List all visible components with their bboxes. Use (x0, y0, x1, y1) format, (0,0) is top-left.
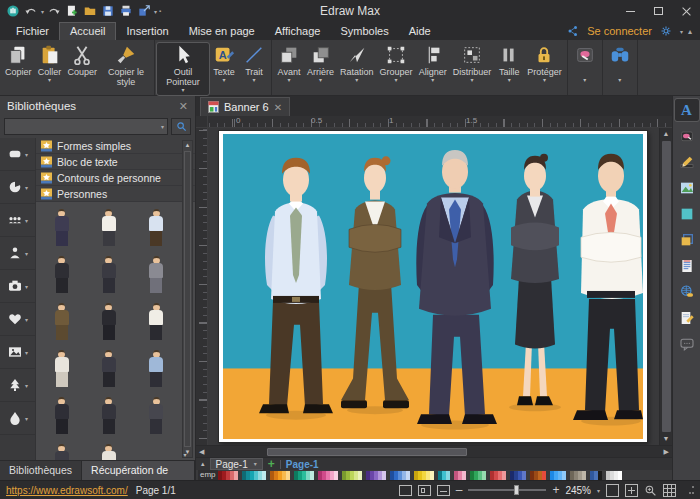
ribbon-button[interactable]: Copier le style (100, 43, 152, 88)
shape-thumbnail[interactable] (133, 345, 180, 392)
dropdown-icon[interactable]: ▾ (355, 77, 358, 84)
library-category-button[interactable]: ▾ (0, 336, 35, 369)
share-icon[interactable] (564, 22, 582, 40)
library-item[interactable]: Formes simples ✕ (36, 138, 195, 154)
shape-thumbnail[interactable] (85, 392, 132, 439)
shape-thumbnail[interactable] (38, 298, 85, 345)
scroll-up-icon[interactable]: ▲ (185, 141, 191, 150)
shape-thumbnail[interactable] (85, 298, 132, 345)
ribbon-button[interactable]: Coller▾ (35, 43, 65, 85)
dropdown-icon[interactable]: ▾ (508, 77, 511, 84)
library-item[interactable]: Personnes ✕ (36, 186, 195, 202)
shape-thumbnail[interactable] (133, 204, 180, 251)
dropdown-icon[interactable]: ▾ (431, 77, 434, 84)
shape-thumbnail[interactable] (133, 392, 180, 439)
customize-toolbar-icon[interactable]: ▪ (159, 8, 161, 14)
zoom-slider-handle[interactable] (514, 485, 519, 495)
bottom-panel-tab[interactable]: Bibliothèques (0, 461, 82, 480)
ribbon-button[interactable]: Ratation▾ (337, 43, 377, 85)
ribbon-button[interactable]: ▾ (570, 43, 600, 85)
quick-access-dropdown-icon[interactable]: ▾ (154, 8, 157, 15)
sign-in-link[interactable]: Se connecter (587, 25, 652, 37)
dropdown-icon[interactable]: ▾ (25, 349, 28, 356)
dropdown-icon[interactable]: ▾ (543, 77, 546, 84)
scroll-left-icon[interactable]: ◀ (199, 446, 204, 458)
zoom-out-button[interactable]: – (456, 485, 463, 495)
ribbon-button[interactable]: Grouper▾ (377, 43, 416, 85)
horizontal-scrollbar[interactable]: ◀ ▶ (196, 445, 672, 457)
shape-thumbnail[interactable] (38, 439, 85, 460)
dropdown-icon[interactable]: ▾ (182, 87, 185, 94)
page-list-icon[interactable]: ▴ (201, 460, 205, 468)
menu-tab[interactable]: Affichage (265, 22, 331, 40)
bottom-panel-tab[interactable]: Récupération de fichier (82, 461, 195, 480)
library-category-button[interactable]: ▾ (0, 369, 35, 402)
minimize-button[interactable] (616, 0, 644, 22)
redo-button[interactable] (45, 2, 63, 20)
undo-dropdown-icon[interactable]: ▾ (41, 8, 44, 15)
fit-page-button[interactable] (606, 484, 619, 497)
presentation-view-button[interactable] (437, 485, 450, 496)
vertical-scrollbar[interactable]: ▲ ▼ (659, 128, 672, 445)
dropdown-icon[interactable]: ▾ (288, 77, 291, 84)
shape-thumbnail[interactable] (38, 392, 85, 439)
dropdown-icon[interactable]: ▾ (25, 316, 28, 323)
library-item[interactable]: Bloc de texte ✕ (36, 154, 195, 170)
edrawsoft-link[interactable]: https://www.edrawsoft.com/ (6, 485, 128, 496)
dropdown-icon[interactable]: ▾ (583, 77, 586, 84)
page-dropdown-icon[interactable]: ▾ (254, 459, 257, 470)
dropdown-icon[interactable]: ▾ (395, 77, 398, 84)
hyperlink-panel-button[interactable] (675, 281, 699, 303)
dropdown-icon[interactable]: ▾ (319, 77, 322, 84)
settings-gear-icon[interactable] (657, 22, 675, 40)
shape-thumbnail[interactable] (38, 345, 85, 392)
ribbon-button[interactable]: Couper (65, 43, 101, 78)
ribbon-button[interactable]: ▾ (605, 43, 635, 85)
zoom-slider[interactable] (468, 489, 546, 491)
vertical-scroll-thumb[interactable] (662, 141, 671, 432)
add-page-button[interactable]: + (268, 458, 275, 470)
library-search-input[interactable]: ▾ (4, 118, 168, 135)
ribbon-button[interactable]: Aligner▾ (416, 43, 450, 85)
fill-panel-button[interactable] (675, 203, 699, 225)
resize-grip[interactable] (686, 486, 694, 494)
ribbon-button[interactable]: Protéger▾ (524, 43, 565, 85)
close-document-icon[interactable]: ✕ (274, 102, 282, 113)
dropdown-icon[interactable]: ▾ (223, 77, 226, 84)
font-panel-button[interactable]: A (675, 99, 699, 121)
shape-thumbnail[interactable] (38, 204, 85, 251)
library-category-button[interactable]: ▾ (0, 270, 35, 303)
dropdown-icon[interactable]: ▾ (25, 151, 28, 158)
scroll-right-icon[interactable]: ▶ (664, 446, 669, 458)
dropdown-icon[interactable]: ▾ (25, 415, 28, 422)
horizontal-scroll-thumb[interactable] (267, 448, 467, 456)
normal-view-button[interactable] (399, 485, 412, 496)
menu-tab[interactable]: Fichier (6, 22, 59, 40)
comment-panel-button[interactable] (675, 333, 699, 355)
shape-thumbnail[interactable] (38, 251, 85, 298)
ribbon-button[interactable]: Trait▾ (239, 43, 269, 85)
scroll-up-icon[interactable]: ▲ (663, 128, 670, 140)
dropdown-icon[interactable]: ▾ (618, 77, 621, 84)
export-button[interactable] (135, 2, 153, 20)
shape-thumbnail[interactable] (85, 345, 132, 392)
dropdown-icon[interactable]: ▾ (25, 217, 28, 224)
panel-expander-icon[interactable]: ▾ (178, 450, 192, 460)
maximize-button[interactable] (644, 0, 672, 22)
theme-panel-button[interactable] (675, 125, 699, 147)
shape-thumbnail[interactable] (85, 251, 132, 298)
close-button[interactable] (672, 0, 700, 22)
search-dropdown-icon[interactable]: ▾ (161, 123, 167, 130)
drawing-page[interactable] (219, 131, 647, 442)
scroll-down-icon[interactable]: ▼ (663, 433, 670, 445)
zoom-dropdown-icon[interactable]: ▾ (597, 487, 600, 494)
ribbon-button[interactable]: Outil Pointeur▾ (157, 43, 209, 95)
fit-all-pages-button[interactable] (625, 484, 638, 497)
ribbon-button[interactable]: Distribuer▾ (450, 43, 495, 85)
document-tab[interactable]: Banner 6 ✕ (200, 97, 290, 116)
grid-toggle-button[interactable] (663, 484, 676, 497)
zoom-area-button[interactable] (644, 484, 657, 497)
library-category-button[interactable]: ▾ (0, 402, 35, 435)
menu-tab[interactable]: Mise en page (179, 22, 265, 40)
dropdown-icon[interactable]: ▾ (25, 283, 28, 290)
